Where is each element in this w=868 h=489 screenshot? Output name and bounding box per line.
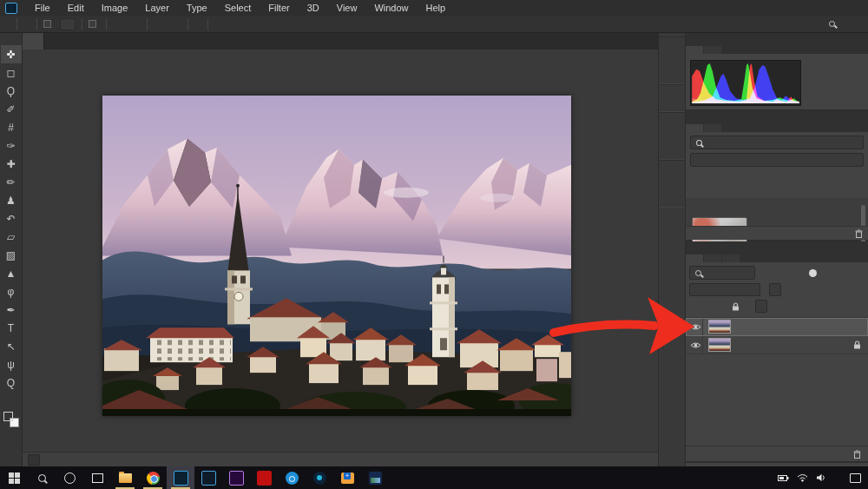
- actions-panel-icon[interactable]: [661, 61, 682, 80]
- start-button[interactable]: [0, 466, 28, 489]
- toolbar-collapse-icon[interactable]: [0, 33, 22, 45]
- lock-all-icon[interactable]: [732, 302, 740, 311]
- blur-tool[interactable]: ▲: [1, 264, 22, 282]
- lightroom-icon[interactable]: [194, 466, 222, 489]
- layer-row-background[interactable]: [686, 336, 868, 354]
- library-content: [686, 198, 868, 226]
- document-tab[interactable]: [23, 33, 44, 50]
- delete-layer-icon[interactable]: [853, 450, 861, 459]
- blend-mode-select[interactable]: [689, 283, 760, 296]
- edit-toolbar-button[interactable]: [1, 392, 22, 406]
- canvas-area[interactable]: [23, 50, 658, 452]
- menu-item[interactable]: Window: [365, 1, 417, 15]
- visibility-eye-icon[interactable]: [689, 336, 703, 354]
- menu-item[interactable]: Filter: [260, 1, 298, 15]
- volume-icon[interactable]: [816, 473, 826, 482]
- eraser-tool[interactable]: ▱: [1, 228, 22, 246]
- fill-field[interactable]: [755, 300, 767, 313]
- tab-histogram[interactable]: [686, 46, 703, 54]
- rect-marquee-tool[interactable]: ◻: [1, 63, 22, 82]
- zoom-level-field[interactable]: [28, 454, 40, 466]
- histogram-graph: [690, 60, 801, 106]
- menu-item[interactable]: Layer: [136, 1, 178, 15]
- tab-paths[interactable]: [722, 254, 740, 262]
- menu-item[interactable]: Edit: [59, 1, 93, 15]
- opacity-field[interactable]: [769, 283, 781, 296]
- brush-settings-panel-icon[interactable]: [661, 41, 682, 60]
- tab-adjustments[interactable]: [704, 124, 721, 132]
- hand-tool[interactable]: ψ: [1, 355, 22, 373]
- tab-layers[interactable]: [686, 254, 703, 262]
- visibility-eye-icon[interactable]: [689, 318, 703, 335]
- dodge-tool[interactable]: φ: [1, 282, 22, 301]
- search-icon[interactable]: [829, 21, 835, 27]
- camera-app-icon[interactable]: [278, 466, 306, 489]
- info-panel-icon[interactable]: [661, 184, 682, 203]
- tab-navigator[interactable]: [704, 46, 721, 54]
- type-tool[interactable]: T: [1, 319, 22, 337]
- filezilla-icon[interactable]: [250, 466, 278, 489]
- clone-source-panel-icon[interactable]: [661, 89, 682, 108]
- auto-select-target-dropdown[interactable]: [60, 18, 76, 30]
- layer-thumbnail[interactable]: [708, 338, 731, 352]
- timeline-panel-icon[interactable]: [661, 164, 682, 183]
- windows-taskbar: [0, 466, 868, 489]
- photoshop-taskbar-icon[interactable]: [167, 466, 194, 489]
- menu-item[interactable]: Type: [178, 1, 216, 15]
- filter-toggle[interactable]: [809, 269, 817, 277]
- zoom-tool[interactable]: Q: [1, 373, 22, 392]
- task-view-icon[interactable]: [83, 466, 111, 489]
- histogram-channels: [691, 61, 800, 105]
- action-center-icon[interactable]: [850, 473, 861, 483]
- layer-thumbnail[interactable]: [708, 320, 731, 334]
- show-transform-checkbox[interactable]: [89, 20, 96, 28]
- document-canvas-photo[interactable]: [102, 96, 571, 416]
- gradient-tool[interactable]: ▨: [1, 246, 22, 264]
- menu-item[interactable]: File: [26, 1, 59, 15]
- chrome-icon[interactable]: [139, 466, 167, 489]
- library-search-input[interactable]: [707, 138, 853, 148]
- delete-icon[interactable]: [855, 229, 863, 238]
- spot-healing-tool[interactable]: ✚: [1, 155, 22, 173]
- filter-kind-dropdown[interactable]: [689, 266, 755, 280]
- library-select[interactable]: [690, 153, 864, 167]
- toolbox-app-icon[interactable]: [333, 466, 361, 489]
- brush-tool[interactable]: ✏: [1, 173, 22, 191]
- menu-item[interactable]: View: [328, 1, 366, 15]
- document-tab-bar: [23, 33, 658, 50]
- pen-battery-icon[interactable]: [778, 474, 789, 482]
- lasso-tool[interactable]: Ϙ: [1, 82, 22, 100]
- tab-libraries[interactable]: [686, 124, 703, 132]
- auto-select-checkbox[interactable]: [43, 20, 51, 28]
- menu-item[interactable]: Help: [418, 1, 455, 15]
- premiere-icon[interactable]: [222, 466, 250, 489]
- cyberlink-icon[interactable]: [306, 466, 333, 489]
- ps-app-icon[interactable]: [5, 3, 17, 14]
- menu-item[interactable]: Select: [216, 1, 260, 15]
- move-tool[interactable]: ✜: [1, 45, 22, 63]
- crop-tool[interactable]: #: [1, 118, 22, 136]
- eyedropper-tool[interactable]: ✑: [1, 136, 22, 155]
- layer-row-layer-1[interactable]: [686, 318, 868, 336]
- taskbar-search-icon[interactable]: [28, 466, 56, 489]
- photos-app-icon[interactable]: [361, 466, 389, 489]
- screen-mode-button[interactable]: [1, 442, 22, 456]
- libraries-panel: [686, 111, 868, 241]
- quick-selection-tool[interactable]: ✐: [1, 100, 22, 118]
- path-selection-tool[interactable]: ↖: [1, 337, 22, 355]
- cortana-icon[interactable]: [56, 466, 83, 489]
- file-explorer-icon[interactable]: [111, 466, 139, 489]
- tab-channels[interactable]: [704, 254, 721, 262]
- menu-item[interactable]: Image: [93, 1, 137, 15]
- paragraph-panel-icon[interactable]: [661, 136, 682, 155]
- menu-item[interactable]: 3D: [299, 1, 328, 15]
- clone-stamp-tool[interactable]: ♟: [1, 191, 22, 209]
- foreground-color-swatch[interactable]: [3, 412, 13, 421]
- history-brush-tool[interactable]: ↶: [1, 209, 22, 228]
- character-panel-icon[interactable]: [661, 116, 682, 135]
- color-swatches[interactable]: [3, 411, 20, 428]
- status-bar: [23, 452, 658, 466]
- pen-tool[interactable]: ✒: [1, 301, 22, 319]
- wifi-icon[interactable]: [797, 473, 808, 482]
- quick-mask-button[interactable]: [1, 428, 22, 442]
